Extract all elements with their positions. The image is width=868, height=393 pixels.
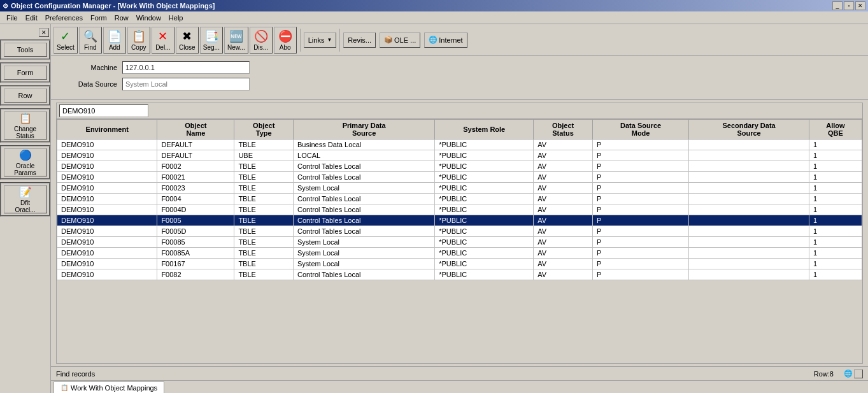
col-object-type: ObjectType [234,120,294,139]
table-row[interactable]: DEMO910F00023TBLESystem Local*PUBLICAVP1 [57,183,862,194]
dflt-oracl-button[interactable]: 📝 DfltOracl... [4,185,47,213]
sidebar-change-status-section: 📋 ChangeStatus [0,108,50,143]
close-tool-icon: ✖ [182,29,192,43]
tab-icon: 📋 [60,384,68,391]
segment-icon: 📑 [204,29,218,43]
menu-file[interactable]: File [3,13,22,23]
machine-row: Machine [59,61,860,74]
form-button[interactable]: Form [4,66,47,80]
copy-button[interactable]: 📋 Copy [127,27,150,54]
add-button[interactable]: 📄 Add [103,27,126,54]
new-icon: 🆕 [229,29,243,43]
toolbar: ✓ Select 🔍 Find 📄 Add 📋 Copy ✕ Del... ✖ [51,24,868,56]
find-label: Find [84,44,96,51]
menu-bar: File Edit Preferences Form Row Window He… [0,11,868,24]
table-row[interactable]: DEMO910F00085ATBLESystem Local*PUBLICAVP… [57,248,862,259]
select-label: Select [57,44,75,51]
select-icon: ✓ [60,29,70,43]
display-button[interactable]: 🚫 Dis... [250,27,273,54]
change-status-icon: 📋 [19,112,32,124]
delete-button[interactable]: ✕ Del... [152,27,174,54]
status-bar: Find records Row:8 🌐 [51,366,868,380]
abort-label: Abo [280,44,291,51]
new-button[interactable]: 🆕 New... [224,27,248,54]
menu-preferences[interactable]: Preferences [41,13,87,23]
restore-button[interactable]: ▫ [844,1,854,10]
tab-work-with-object-mappings[interactable]: 📋 Work With Object Mappings [53,382,164,393]
status-scroll[interactable] [854,369,863,378]
sidebar-form-section: Form [0,62,50,83]
grid-filter-row [57,103,862,119]
ole-button[interactable]: 📦 OLE ... [380,32,420,48]
oracle-params-label: OracleParams [14,162,36,176]
sidebar-close-button[interactable]: ✕ [39,28,49,37]
delete-icon: ✕ [158,29,167,43]
table-row[interactable]: DEMO910F00085TBLESystem Local*PUBLICAVP1 [57,237,862,248]
col-primary-data-source: Primary DataSource [294,120,435,139]
data-source-label: Data Source [59,80,122,88]
menu-form[interactable]: Form [87,13,111,23]
table-row[interactable]: DEMO910F00167TBLESystem Local*PUBLICAVP1 [57,259,862,269]
sidebar-oracle-params-section: 🔵 OracleParams [0,145,50,180]
table-row[interactable]: DEMO910F0082TBLEControl Tables Local*PUB… [57,269,862,280]
links-arrow-icon: ▼ [327,37,332,43]
close-tool-label: Close [179,44,196,51]
col-allow-qbe: AllowQBE [809,120,862,139]
menu-window[interactable]: Window [132,13,165,23]
table-row[interactable]: DEMO910F0005DTBLEControl Tables Local*PU… [57,226,862,237]
col-secondary-data-source: Secondary DataSource [689,120,809,139]
menu-edit[interactable]: Edit [22,13,41,23]
table-row[interactable]: DEMO910F0004DTBLEControl Tables Local*PU… [57,204,862,215]
internet-icon: 🌐 [429,36,438,44]
close-tool-button[interactable]: ✖ Close [176,27,199,54]
form-area: Machine Data Source [51,56,868,100]
grid-scroll[interactable]: Environment ObjectName ObjectType Primar… [57,119,862,363]
segment-label: Seg... [203,44,220,51]
table-row[interactable]: DEMO910F00021TBLEControl Tables Local*PU… [57,172,862,183]
links-label: Links [308,36,325,44]
abort-button[interactable]: ⛔ Abo [274,27,297,54]
menu-help[interactable]: Help [165,13,187,23]
table-row[interactable]: DEMO910F0002TBLEControl Tables Local*PUB… [57,161,862,172]
col-object-name: ObjectName [157,120,234,139]
table-row[interactable]: DEMO910DEFAULTTBLEBusiness Data Local*PU… [57,139,862,150]
add-label: Add [109,44,120,51]
select-button[interactable]: ✓ Select [53,27,78,54]
grid-filter-input[interactable] [59,104,148,117]
oracle-params-button[interactable]: 🔵 OracleParams [4,148,47,176]
close-button[interactable]: ✕ [855,1,865,10]
content-area: ✓ Select 🔍 Find 📄 Add 📋 Copy ✕ Del... ✖ [51,24,868,393]
data-table: Environment ObjectName ObjectType Primar… [57,119,862,280]
menu-row[interactable]: Row [111,13,132,23]
sidebar: ✕ Tools Form Row 📋 ChangeStatus 🔵 Oracle… [0,24,51,393]
ole-icon: 📦 [384,36,393,44]
title-bar: ⚙ Object Configuration Manager - [Work W… [0,0,868,11]
internet-button[interactable]: 🌐 Internet [424,32,467,48]
display-icon: 🚫 [254,29,268,43]
table-row[interactable]: DEMO910F0005TBLEControl Tables Local*PUB… [57,215,862,226]
change-status-button[interactable]: 📋 ChangeStatus [4,111,47,139]
links-button[interactable]: Links ▼ [304,32,337,48]
dflt-oracl-icon: 📝 [19,186,32,198]
table-row[interactable]: DEMO910F0004TBLEControl Tables Local*PUB… [57,194,862,204]
globe-icon: 🌐 [844,369,853,378]
toolbar-separator2 [339,29,340,52]
data-source-input[interactable] [122,78,250,90]
find-button[interactable]: 🔍 Find [79,27,102,54]
find-records-text: Find records [56,370,814,378]
tools-button[interactable]: Tools [4,43,47,57]
tab-bar: 📋 Work With Object Mappings [51,380,868,393]
row-button[interactable]: Row [4,89,47,103]
col-environment: Environment [57,120,157,139]
revisions-button[interactable]: Revis... [343,32,376,48]
sidebar-row-section: Row [0,85,50,106]
segment-button[interactable]: 📑 Seg... [200,27,223,54]
sidebar-dflt-oracl-section: 📝 DfltOracl... [0,182,50,217]
machine-input[interactable] [122,61,250,74]
ole-label: OLE ... [394,36,416,44]
change-status-label: ChangeStatus [14,125,36,139]
find-icon: 🔍 [83,29,97,43]
minimize-button[interactable]: _ [832,1,843,10]
internet-label: Internet [439,36,462,44]
table-row[interactable]: DEMO910DEFAULTUBELOCAL*PUBLICAVP1 [57,150,862,161]
